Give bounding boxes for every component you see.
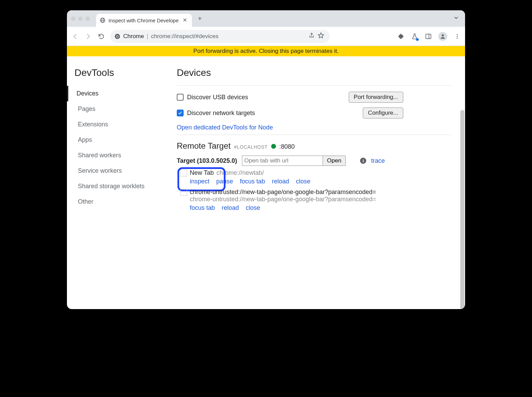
reload-button[interactable] bbox=[97, 32, 105, 41]
svg-point-8 bbox=[442, 34, 444, 36]
tab-strip: Inspect with Chrome Develope ✕ + bbox=[67, 10, 465, 27]
browser-window: Inspect with Chrome Develope ✕ + Chrome … bbox=[67, 10, 465, 309]
target-action-focus-tab[interactable]: focus tab bbox=[190, 204, 215, 212]
globe-icon bbox=[100, 17, 106, 23]
sidebar-item-extensions[interactable]: Extensions bbox=[74, 117, 170, 132]
node-devtools-link[interactable]: Open dedicated DevTools for Node bbox=[177, 124, 273, 131]
target-version-label: Target (103.0.5025.0) bbox=[177, 157, 237, 165]
target-item: chrome-untrusted://new-tab-page/one-goog… bbox=[177, 189, 451, 212]
svg-point-9 bbox=[457, 34, 458, 35]
sidebar-item-other[interactable]: Other bbox=[74, 194, 170, 209]
main-panel: Devices Discover USB devices Port forwar… bbox=[170, 56, 465, 225]
info-icon[interactable]: i bbox=[360, 158, 366, 164]
new-tab-button[interactable]: + bbox=[195, 13, 205, 24]
target-action-inspect[interactable]: inspect bbox=[190, 178, 209, 185]
target-url: chrome-untrusted://new-tab-page/one-goog… bbox=[190, 196, 376, 203]
target-action-focus-tab[interactable]: focus tab bbox=[240, 178, 265, 185]
remote-target-sub: #LOCALHOST bbox=[234, 144, 268, 150]
target-action-reload[interactable]: reload bbox=[272, 178, 289, 185]
close-window-dot[interactable] bbox=[71, 16, 76, 21]
forward-button[interactable] bbox=[84, 32, 92, 41]
browser-toolbar: Chrome | chrome://inspect/#devices bbox=[67, 27, 465, 46]
maximize-window-dot[interactable] bbox=[85, 16, 90, 21]
port-forwarding-button[interactable]: Port forwarding... bbox=[349, 92, 403, 103]
panel-heading: Devices bbox=[177, 67, 451, 78]
discover-network-row: Discover network targets Configure... bbox=[177, 107, 451, 118]
sidebar-heading: DevTools bbox=[74, 67, 170, 78]
target-url: chrome://newtab/ bbox=[217, 169, 264, 177]
target-action-pause[interactable]: pause bbox=[216, 178, 233, 185]
omnibox-chip: Chrome bbox=[123, 33, 144, 40]
remote-target-port: :8080 bbox=[279, 143, 295, 150]
svg-point-11 bbox=[457, 37, 458, 38]
target-controls-row: Target (103.0.5025.0) Open i trace bbox=[177, 156, 451, 166]
chrome-icon bbox=[114, 33, 120, 39]
sidebar: DevTools DevicesPagesExtensionsAppsShare… bbox=[67, 56, 170, 225]
open-tab-url-input[interactable] bbox=[242, 156, 324, 166]
sidebar-item-devices[interactable]: Devices bbox=[67, 86, 170, 101]
page-content: Port forwarding is active. Closing this … bbox=[67, 46, 465, 309]
sidebar-item-shared-storage-worklets[interactable]: Shared storage worklets bbox=[74, 179, 170, 194]
menu-dots-icon[interactable] bbox=[453, 33, 461, 40]
sidebar-item-pages[interactable]: Pages bbox=[74, 101, 170, 117]
configure-button[interactable]: Configure... bbox=[363, 107, 403, 118]
remote-target-title: Remote Target bbox=[177, 141, 231, 151]
status-dot-icon bbox=[271, 144, 276, 149]
target-action-reload[interactable]: reload bbox=[222, 204, 239, 212]
svg-point-5 bbox=[117, 35, 118, 37]
svg-point-10 bbox=[457, 36, 458, 37]
sidebar-item-service-workers[interactable]: Service workers bbox=[74, 163, 170, 179]
favicon-placeholder-icon bbox=[180, 189, 187, 196]
profile-avatar[interactable] bbox=[438, 32, 447, 41]
window-controls bbox=[71, 16, 90, 21]
minimize-window-dot[interactable] bbox=[78, 16, 83, 21]
discover-network-label: Discover network targets bbox=[187, 110, 255, 117]
sidebar-item-shared-workers[interactable]: Shared workers bbox=[74, 148, 170, 163]
share-icon[interactable] bbox=[309, 32, 315, 40]
bookmark-star-icon[interactable] bbox=[317, 32, 324, 41]
tabs-dropdown-icon[interactable] bbox=[451, 13, 461, 24]
tab-title: Inspect with Chrome Develope bbox=[108, 18, 178, 23]
open-tab-button[interactable]: Open bbox=[323, 156, 346, 166]
browser-tab[interactable]: Inspect with Chrome Develope ✕ bbox=[96, 14, 192, 27]
trace-link[interactable]: trace bbox=[371, 157, 385, 165]
target-name: chrome-untrusted://new-tab-page/one-goog… bbox=[190, 189, 376, 196]
target-item: New Tabchrome://newtab/inspectpausefocus… bbox=[177, 169, 451, 185]
side-panel-icon[interactable] bbox=[425, 33, 432, 40]
svg-rect-6 bbox=[426, 34, 431, 38]
discover-usb-label: Discover USB devices bbox=[187, 94, 248, 101]
extensions-icon[interactable] bbox=[397, 33, 405, 40]
discover-network-checkbox[interactable] bbox=[177, 110, 184, 116]
target-action-close[interactable]: close bbox=[246, 204, 260, 212]
omnibox-divider: | bbox=[147, 33, 148, 40]
remote-target-heading: Remote Target #LOCALHOST :8080 bbox=[177, 141, 451, 151]
close-tab-icon[interactable]: ✕ bbox=[181, 16, 188, 24]
port-forwarding-banner: Port forwarding is active. Closing this … bbox=[67, 46, 465, 56]
omnibox-url: chrome://inspect/#devices bbox=[151, 33, 219, 40]
scrollbar[interactable] bbox=[460, 110, 464, 309]
address-bar[interactable]: Chrome | chrome://inspect/#devices bbox=[110, 30, 330, 43]
discover-usb-checkbox[interactable] bbox=[177, 94, 184, 101]
target-action-close[interactable]: close bbox=[296, 178, 310, 185]
back-button[interactable] bbox=[71, 32, 79, 41]
target-name: New Tab bbox=[190, 169, 214, 177]
discover-usb-row: Discover USB devices Port forwarding... bbox=[177, 92, 451, 103]
favicon-placeholder-icon bbox=[180, 170, 187, 177]
labs-icon[interactable] bbox=[411, 33, 418, 40]
sidebar-item-apps[interactable]: Apps bbox=[74, 132, 170, 148]
